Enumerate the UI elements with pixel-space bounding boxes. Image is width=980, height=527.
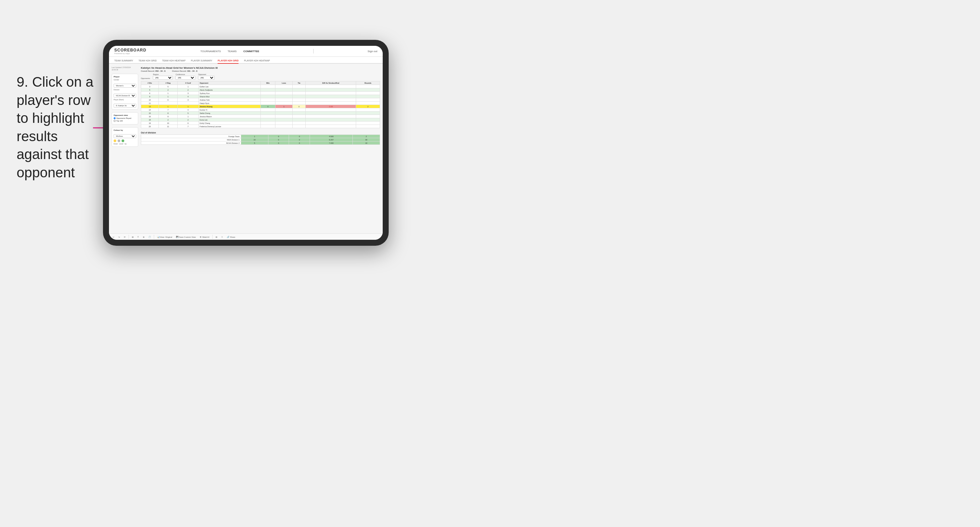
col-reg: # Reg [159,81,177,85]
share-button[interactable]: 🔗 Share [226,235,236,238]
nav-bar: SCOREBOARD Powered by clippi TOURNAMENTS… [109,46,383,57]
export-button[interactable]: ⇧ [220,235,224,238]
dot-labels: Down Level Up [114,143,136,145]
col-opponent: Opponent [199,81,261,85]
table-row[interactable]: 11 Haejo Hyun [141,102,380,105]
grid-button[interactable]: ⊞ [131,235,135,238]
main-content: Last Updated: 27/03/2024 16:55:38 Player… [109,64,383,233]
out-of-division-table: Foreign Team 1 0 0 4.500 2 NAIA Division… [141,135,380,145]
grid-records: Overall Record: 353 - 34 - 6 Division Re… [141,70,380,72]
player-label: Player [114,76,136,78]
sub-nav: TEAM SUMMARY TEAM H2H GRID TEAM H2H HEAT… [109,57,383,64]
toolbar: ↩ ↪ ⟳ ⊞ ≡ ⊕ 🕐 📊 View: Original 💾 Save Cu… [109,233,383,240]
grid-title: Katelyn Vo Head-to-Head Grid for Women's… [141,67,380,70]
data-table-container: # Div # Reg # Conf Opponent Win Loss Tie… [141,81,380,231]
conference-label: Conference [175,73,195,75]
division-select[interactable]: NCAA Division III [114,94,136,98]
opponent-label: Opponent [198,73,215,75]
table-row[interactable]: 1691 Jessica Mason [141,115,380,118]
opponent-select[interactable]: (All) [198,76,215,80]
nav-committee[interactable]: COMMITTEE [243,50,259,53]
table-row[interactable]: Foreign Team 1 0 0 4.500 2 [141,135,380,138]
add-button[interactable]: ⊕ [142,235,145,238]
label-up: Up [124,143,127,145]
refresh-button[interactable]: ⟳ [123,235,127,238]
tab-team-h2h-grid[interactable]: TEAM H2H GRID [138,58,157,64]
colour-label: Colour by [114,129,136,131]
sign-out-link[interactable]: Sign out [368,50,377,53]
gender-select[interactable]: Women's [114,84,136,88]
main-table-wrapper: # Div # Reg # Conf Opponent Win Loss Tie… [141,81,380,128]
col-tie: Tie [293,81,305,85]
view-original-button[interactable]: 📊 View: Original [156,235,173,238]
h2h-table: # Div # Reg # Conf Opponent Win Loss Tie… [141,81,380,128]
table-row-jessica-huang[interactable]: 13 1 1 Jessica Huang 0 1 0 -3.00 2 [141,105,380,108]
table-row[interactable]: 914 Sharon Mun [141,95,380,98]
tab-player-h2h-heatmap[interactable]: PLAYER H2H HEATMAP [244,58,270,64]
table-row[interactable]: NCAA Division 2 5 0 0 7.400 10 [141,141,380,145]
nav-separator [313,49,313,54]
conference-select[interactable]: (All) [175,76,195,80]
tab-player-h2h-grid[interactable]: PLAYER H2H GRID [218,58,239,64]
tablet-screen: SCOREBOARD Powered by clippi TOURNAMENTS… [109,46,383,240]
col-div: # Div [141,81,159,85]
opponents-played-radio[interactable]: Opponents Played [114,117,136,119]
logo: SCOREBOARD Powered by clippi [114,48,146,54]
out-of-division-section: Out of division Foreign Team 1 0 0 4.500… [141,130,380,145]
region-select[interactable]: (All) [153,76,173,80]
watch-button[interactable]: 👁 Watch ▾ [199,235,210,238]
opponent-filter: Opponent (All) [198,73,215,80]
tab-team-h2h-heatmap[interactable]: TEAM H2H HEATMAP [162,58,186,64]
division-label: Division [114,89,136,90]
table-row[interactable]: 1063 Andrea York [141,98,380,102]
table-row[interactable]: 1585 Stella Cheng [141,111,380,115]
toolbar-divider-2 [154,235,154,239]
logo-text: SCOREBOARD [114,48,146,52]
table-row[interactable]: 613 Sydney Kuo [141,92,380,95]
menu-button[interactable]: ≡ [137,235,140,238]
layout-button[interactable]: ⊞ [215,235,218,238]
dot-down [114,140,116,142]
opponent-view-label: Opponent view [114,114,136,116]
toolbar-divider [129,235,129,239]
table-row[interactable]: NAIA Division 1 15 0 0 9.267 30 [141,138,380,141]
redo-button[interactable]: ↪ [117,235,121,238]
instruction-block: 9. Click on a player's row to highlight … [17,73,96,182]
label-down: Down [114,143,118,145]
last-updated: Last Updated: 27/03/2024 16:55:38 [111,67,138,71]
gender-label: Gender [114,79,136,81]
table-row[interactable]: 20117 Federica Domecq Lacroze [141,125,380,128]
region-filter: Region (All) [153,73,173,80]
colour-section: Colour by Win/loss Down Level Up [111,127,138,147]
filter-row: Opponents: Region (All) Conference (All) [141,73,380,80]
player-section: Player Gender Women's Division NCAA Divi… [111,74,138,110]
sidebar: Last Updated: 27/03/2024 16:55:38 Player… [111,67,138,231]
top100-radio[interactable]: Top 100 [114,120,136,122]
col-win: Win [261,81,275,85]
powered-by-text: Powered by clippi [114,52,146,54]
colour-dots [114,140,136,142]
player-select[interactable]: 8. Katelyn Vo [114,103,136,108]
region-label: Region [153,73,173,75]
table-row[interactable]: 1474 Eunice Yi [141,108,380,111]
table-row[interactable]: 522 Alexis Sudjianto [141,88,380,92]
grid-area: Katelyn Vo Head-to-Head Grid for Women's… [141,67,380,231]
table-row[interactable]: 19106 Emily Chang [141,122,380,125]
label-level: Level [119,143,123,145]
nav-teams[interactable]: TEAMS [228,50,237,53]
tab-player-summary[interactable]: PLAYER SUMMARY [191,58,213,64]
save-custom-view-button[interactable]: 💾 Save Custom View [175,235,197,238]
clock-button[interactable]: 🕐 [148,235,152,238]
dot-level [118,140,120,142]
instruction-text: 9. Click on a player's row to highlight … [17,73,96,182]
colour-select[interactable]: Win/loss [114,134,136,138]
overall-record-label: Overall Record: 353 - 34 - 6 [141,70,165,72]
opponent-view-section: Opponent view Opponents Played Top 100 [111,112,138,125]
out-of-division-label: Out of division [141,132,380,134]
nav-tournaments[interactable]: TOURNAMENTS [200,50,221,53]
table-row[interactable]: 351 Esther Lee [141,85,380,88]
table-row[interactable]: 1822 Euna Lee [141,118,380,122]
tab-team-summary[interactable]: TEAM SUMMARY [114,58,133,64]
undo-button[interactable]: ↩ [111,235,115,238]
tablet-frame: SCOREBOARD Powered by clippi TOURNAMENTS… [103,40,389,246]
